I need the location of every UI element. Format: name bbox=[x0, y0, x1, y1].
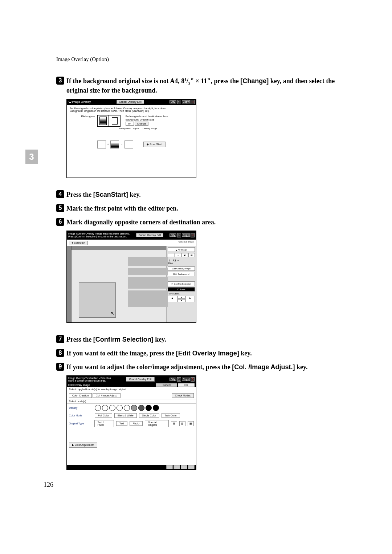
ss3-colormode-label: Color Mode bbox=[69, 414, 93, 417]
ss1-bg-icon bbox=[97, 115, 109, 127]
editoverlay-key-ref: [Edit Overlay Image] bbox=[176, 350, 239, 357]
proc-box-2 bbox=[110, 140, 119, 148]
footer-btn-4[interactable] bbox=[188, 465, 195, 469]
ss1-instr1: Set the originals on the platen glass as… bbox=[70, 107, 193, 110]
ss2-pointadj-label: Point Adjust. bbox=[168, 293, 195, 295]
step5-text: Mark the first point with the editor pen… bbox=[66, 204, 178, 213]
ss2-edit-overlay[interactable]: Edit Overlay Image bbox=[168, 266, 195, 271]
ss3-colorcreation-tab[interactable]: Color Creation bbox=[69, 393, 92, 398]
running-header: Image Overlay (Option) bbox=[56, 56, 336, 62]
ss3-qty-val: 1 bbox=[177, 377, 181, 382]
ss3-qty-label: Q'ty bbox=[170, 378, 176, 381]
ruler-horizontal bbox=[72, 246, 166, 250]
ss1-ov-icon bbox=[109, 115, 121, 127]
adj-right[interactable]: ▶ bbox=[185, 296, 195, 302]
ss3-textphoto[interactable]: Text / Photo bbox=[94, 420, 114, 427]
zoom-2[interactable]: ▭ bbox=[175, 253, 181, 257]
ss2-qty-val: 1 bbox=[177, 233, 181, 237]
ss1-bgorig-label: Background Original bbox=[118, 127, 140, 130]
step-number-4: 4 bbox=[56, 190, 64, 198]
ss3-sub: Mark a corner of destination area. bbox=[68, 379, 111, 382]
editor-canvas[interactable]: ↖ bbox=[72, 246, 166, 322]
ss2-scanstart[interactable]: ◈ ScanStart bbox=[69, 241, 88, 245]
zoom-4[interactable]: ▦ bbox=[188, 253, 195, 257]
ruler-vertical bbox=[67, 246, 72, 322]
ss1-instr2: Background Original on the left face dow… bbox=[70, 110, 193, 112]
ss3-fullcolor[interactable]: Full Color bbox=[95, 413, 112, 418]
ss3-photo[interactable]: Photo bbox=[130, 421, 143, 426]
ss3-cancel-btn[interactable]: Cancel bbox=[156, 383, 177, 387]
footer-btn-2[interactable] bbox=[173, 465, 180, 469]
canvas-image-5 bbox=[128, 290, 168, 307]
ss3-text[interactable]: Text bbox=[116, 421, 127, 426]
step7-pre: Press the bbox=[66, 336, 93, 343]
ss3-title: Image Overlay/Destination - Selection bbox=[68, 377, 111, 379]
step9-pre: If you want to adjust the color/image ad… bbox=[66, 363, 232, 371]
footer-btn-3[interactable] bbox=[181, 465, 187, 469]
step-number-7: 7 bbox=[56, 335, 64, 343]
ss3-orient-2[interactable]: ▥ bbox=[179, 421, 185, 426]
step3-pre: If the background original size is not A… bbox=[66, 77, 184, 85]
ss2-confirm[interactable]: ☞ Confirm Selection bbox=[168, 281, 195, 286]
ss1-change-btn[interactable]: Change bbox=[135, 122, 149, 126]
adj-down[interactable]: ▼ bbox=[177, 299, 185, 302]
ss2-edit-bg[interactable]: Edit Background bbox=[168, 272, 195, 276]
step8-post: key. bbox=[239, 350, 252, 357]
ss3-colimgadj-tab[interactable]: Col. /Image Adjust. bbox=[93, 393, 121, 398]
step4-post: key. bbox=[128, 191, 141, 198]
ss3-cancel-edit[interactable]: Cancel Overlay Edit bbox=[126, 377, 155, 382]
ss1-platen-label: Platen glass bbox=[70, 115, 95, 118]
step9-post: key. bbox=[295, 363, 308, 371]
ss3-footer bbox=[67, 465, 196, 469]
ss1-note: Both originals must be A4 size or less. bbox=[126, 115, 168, 118]
ss1-scanstart-btn[interactable]: ◈ ScanStart bbox=[143, 142, 166, 147]
ss3-density-label: Density bbox=[69, 407, 93, 409]
footer-btn-1[interactable] bbox=[166, 465, 173, 469]
ss2-allimg[interactable]: ◣ All Image bbox=[168, 247, 195, 252]
step7-post: key. bbox=[154, 336, 166, 343]
proc-box-3 bbox=[124, 140, 133, 148]
colimg-key-ref: [Col. /Image Adjust.] bbox=[232, 363, 295, 371]
ss2-ratio: 80% bbox=[168, 262, 173, 265]
ss3-ok-btn[interactable]: OK bbox=[178, 383, 195, 387]
ss3-coloradj[interactable]: ▶ Color Adjustment bbox=[69, 443, 97, 448]
change-key-ref: [Change] bbox=[240, 77, 269, 85]
header-rule bbox=[56, 64, 336, 64]
ss1-copy-label: Copy bbox=[182, 100, 190, 103]
frac-num: 1 bbox=[184, 77, 187, 81]
ss2-erase[interactable]: C Erase bbox=[168, 287, 195, 292]
ss3-singlecolor[interactable]: Single Color bbox=[139, 413, 159, 418]
ss3-copy-label: Copy bbox=[182, 378, 190, 381]
step3-mid: " × 11", press the bbox=[190, 77, 240, 85]
density-scale[interactable] bbox=[95, 405, 159, 411]
adj-up[interactable]: ▲ bbox=[177, 296, 185, 299]
adj-left[interactable]: ◀ bbox=[168, 296, 177, 302]
step4-pre: Press the bbox=[66, 191, 93, 198]
ss2-cancel[interactable]: Cancel Overlay Edit bbox=[136, 233, 164, 237]
ss3-bw[interactable]: Black & White bbox=[114, 413, 137, 418]
step-8: 8 If you want to edit the image, press t… bbox=[56, 349, 336, 358]
step8-pre: If you want to edit the image, press the bbox=[66, 350, 176, 357]
step-number-9: 9 bbox=[56, 363, 64, 371]
step-5: 5 Mark the first point with the editor p… bbox=[56, 204, 336, 213]
canvas-image-4 bbox=[128, 277, 168, 289]
zoom-3[interactable]: ▣ bbox=[181, 253, 188, 257]
canvas-image-1 bbox=[79, 282, 116, 318]
ss2-copy-label: Copy bbox=[182, 233, 190, 237]
plus-icon: + bbox=[107, 143, 109, 146]
ss3-twincolor[interactable]: Twin Color bbox=[162, 413, 180, 418]
ss1-cancel[interactable]: Cancel Overlay Edit bbox=[117, 100, 144, 104]
ss3-edit-overlay-label: Edit Overlay Image bbox=[68, 384, 90, 386]
ss3-orient-1[interactable]: ▤ bbox=[171, 421, 177, 426]
zoom-1[interactable]: – bbox=[168, 253, 174, 257]
canvas-image-2 bbox=[128, 257, 168, 266]
page-content: Image Overlay (Option) 3 If the backgrou… bbox=[56, 56, 336, 470]
ss3-checkmodes[interactable]: Check Modes bbox=[172, 393, 194, 398]
page-number: 126 bbox=[44, 481, 53, 489]
ss3-orient-3[interactable]: ▦ bbox=[188, 421, 194, 426]
ss3-special[interactable]: Special Original bbox=[145, 420, 169, 427]
scanstart-key-ref: [ScanStart] bbox=[93, 191, 128, 198]
ss1-qty-val: 1 bbox=[177, 100, 181, 104]
ss1-copy-val: 0 bbox=[191, 100, 195, 104]
step-number-3: 3 bbox=[56, 77, 64, 85]
